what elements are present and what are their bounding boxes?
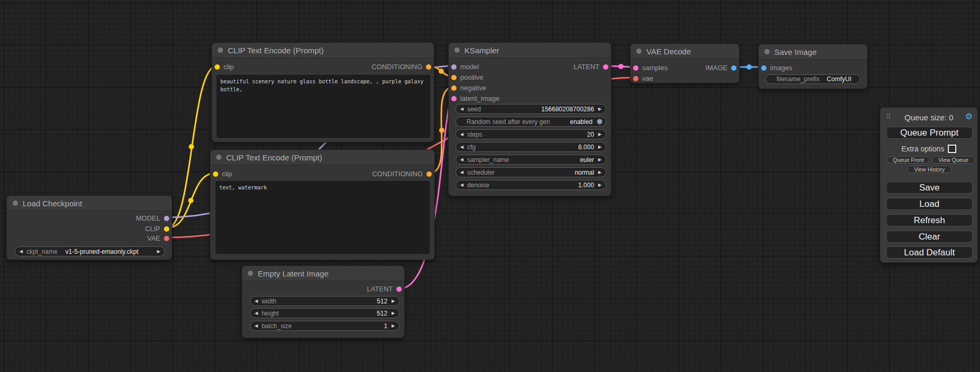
queue-front-button[interactable]: Queue Front — [887, 156, 929, 164]
node-header[interactable]: CLIP Text Encode (Prompt) — [212, 43, 434, 58]
widget-random-seed-toggle[interactable]: Random seed after every gen enabled — [455, 117, 606, 127]
widget-cfg[interactable]: ◀ cfg 8.000 ▶ — [455, 142, 606, 152]
widget-sampler-name[interactable]: ◀ sampler_name euler ▶ — [455, 155, 606, 165]
input-port-clip[interactable] — [215, 64, 220, 70]
node-header[interactable]: Empty Latent Image — [242, 266, 404, 281]
widget-steps[interactable]: ◀ steps 20 ▶ — [455, 129, 606, 139]
extra-options-row: Extra options — [880, 145, 977, 153]
widget-width[interactable]: ◀ width 512 ▶ — [250, 296, 400, 306]
widget-height[interactable]: ◀ height 512 ▶ — [250, 308, 400, 318]
view-history-button[interactable]: View History — [907, 166, 952, 173]
node-empty-latent-image[interactable]: Empty Latent Image LATENT ◀ width 512 ▶ … — [241, 265, 405, 338]
node-header[interactable]: Load Checkpoint — [7, 196, 172, 211]
input-row: model — [451, 62, 479, 72]
node-header[interactable]: VAE Decode — [630, 44, 739, 59]
node-load-checkpoint[interactable]: Load Checkpoint MODEL CLIP VAE ◀ ckpt_na… — [6, 195, 172, 260]
decrement-icon[interactable]: ◀ — [20, 250, 23, 254]
node-header[interactable]: KSampler — [449, 43, 611, 58]
collapse-dot-icon[interactable] — [248, 271, 253, 276]
output-port-latent[interactable] — [603, 64, 608, 70]
input-label-latent-image: latent_image — [460, 94, 499, 102]
prompt-textarea[interactable]: beautiful scenery nature glass bottle la… — [217, 75, 430, 138]
clear-button[interactable]: Clear — [886, 231, 973, 243]
decrement-icon[interactable]: ◀ — [460, 107, 463, 111]
increment-icon[interactable]: ▶ — [598, 132, 601, 137]
node-header[interactable]: Save Image — [759, 44, 867, 60]
decrement-icon[interactable]: ◀ — [460, 183, 463, 187]
node-title: Save Image — [774, 47, 817, 56]
output-label-conditioning: CONDITIONING — [372, 170, 423, 178]
decrement-icon[interactable]: ◀ — [460, 145, 463, 149]
node-save-image[interactable]: Save Image images filename_prefix ComfyU… — [758, 44, 868, 89]
queue-prompt-button[interactable]: Queue Prompt — [886, 127, 973, 139]
input-label-negative: negative — [460, 84, 486, 92]
widget-denoise[interactable]: ◀ denoise 1.000 ▶ — [455, 180, 606, 190]
collapse-dot-icon[interactable] — [636, 49, 642, 54]
increment-icon[interactable]: ▶ — [598, 158, 601, 162]
refresh-button[interactable]: Refresh — [886, 214, 973, 226]
view-queue-button[interactable]: View Queue — [932, 156, 975, 164]
node-clip-text-encode-negative[interactable]: CLIP Text Encode (Prompt) clip CONDITION… — [210, 149, 435, 260]
save-button[interactable]: Save — [886, 182, 973, 194]
output-port-image[interactable] — [731, 65, 736, 71]
node-clip-text-encode-positive[interactable]: CLIP Text Encode (Prompt) clip CONDITION… — [211, 42, 434, 142]
load-button[interactable]: Load — [886, 198, 973, 210]
load-default-button[interactable]: Load Default — [886, 246, 973, 259]
increment-icon[interactable]: ▶ — [598, 170, 601, 175]
collapse-dot-icon[interactable] — [454, 47, 460, 53]
collapse-dot-icon[interactable] — [218, 47, 223, 53]
output-label-image: IMAGE — [705, 64, 727, 72]
decrement-icon[interactable]: ◀ — [460, 132, 463, 137]
output-port-conditioning[interactable] — [426, 64, 431, 70]
collapse-dot-icon[interactable] — [216, 155, 221, 160]
increment-icon[interactable]: ▶ — [392, 311, 395, 316]
decrement-icon[interactable]: ◀ — [460, 170, 463, 175]
increment-icon[interactable]: ▶ — [598, 183, 601, 187]
increment-icon[interactable]: ▶ — [392, 299, 395, 303]
settings-gear-icon[interactable]: ⚙ — [965, 112, 973, 121]
input-port-model[interactable] — [451, 64, 457, 70]
extra-options-checkbox[interactable] — [948, 145, 956, 153]
increment-icon[interactable]: ▶ — [157, 250, 160, 254]
input-port-positive[interactable] — [451, 75, 457, 80]
node-vae-decode[interactable]: VAE Decode samples vae IMAGE — [630, 43, 740, 83]
decrement-icon[interactable]: ◀ — [255, 311, 258, 316]
input-port-clip[interactable] — [213, 171, 218, 177]
decrement-icon[interactable]: ◀ — [460, 158, 463, 162]
input-port-vae[interactable] — [633, 76, 638, 81]
toggle-knob-icon[interactable] — [597, 119, 603, 125]
output-port-model[interactable] — [164, 216, 169, 221]
input-port-images[interactable] — [761, 65, 766, 71]
widget-batch-size[interactable]: ◀ batch_size 1 ▶ — [250, 321, 400, 331]
input-row: clip — [213, 169, 232, 179]
widget-label: width — [261, 298, 276, 305]
output-row: LATENT — [367, 284, 402, 294]
node-ksampler[interactable]: KSampler model positive negative latent_… — [448, 42, 612, 196]
collapse-dot-icon[interactable] — [13, 201, 18, 206]
output-row: CLIP — [145, 224, 169, 234]
prompt-textarea[interactable]: text, watermark — [216, 181, 430, 254]
input-port-negative[interactable] — [451, 85, 457, 91]
decrement-icon[interactable]: ◀ — [255, 299, 258, 303]
output-row: VAE — [147, 233, 169, 243]
collapse-dot-icon[interactable] — [764, 49, 770, 54]
output-port-latent[interactable] — [396, 287, 402, 292]
increment-icon[interactable]: ▶ — [598, 145, 601, 149]
widget-seed[interactable]: ◀ seed 156680208700286 ▶ — [455, 104, 606, 114]
input-port-latent-image[interactable] — [451, 96, 457, 101]
decrement-icon[interactable]: ◀ — [255, 324, 258, 328]
output-port-vae[interactable] — [164, 236, 169, 241]
widget-filename-prefix[interactable]: filename_prefix ComfyUI — [765, 74, 860, 84]
input-label-model: model — [460, 63, 479, 71]
widget-scheduler[interactable]: ◀ scheduler normal ▶ — [455, 167, 606, 177]
node-header[interactable]: CLIP Text Encode (Prompt) — [210, 150, 434, 165]
increment-icon[interactable]: ▶ — [392, 324, 395, 328]
input-port-samples[interactable] — [633, 65, 638, 71]
widget-ckpt-name[interactable]: ◀ ckpt_name v1-5-pruned-emaonly.ckpt ▶ — [15, 246, 165, 256]
output-port-clip[interactable] — [164, 226, 169, 232]
input-label-images: images — [770, 64, 792, 72]
node-graph-canvas[interactable]: Load Checkpoint MODEL CLIP VAE ◀ ckpt_na… — [0, 0, 980, 372]
output-port-conditioning[interactable] — [426, 171, 432, 177]
input-row: images — [761, 63, 792, 73]
increment-icon[interactable]: ▶ — [598, 107, 601, 111]
